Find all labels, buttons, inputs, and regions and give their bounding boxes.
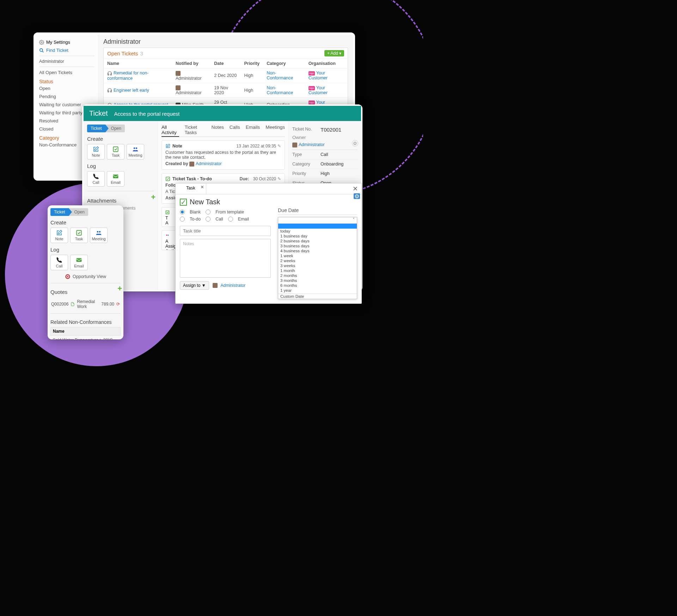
radio-template[interactable] [206,210,211,215]
dropdown-selected[interactable]: ˅ [278,217,357,224]
dropdown-option[interactable]: 2 weeks [278,258,357,263]
avatar-icon [292,143,297,147]
dropdown-option[interactable]: 3 business days [278,243,357,248]
dropdown-option[interactable]: 2 months [278,273,357,278]
dropdown-option[interactable]: 3 weeks [278,263,357,268]
cell-category[interactable]: Non-Conformance [267,85,293,95]
col-name[interactable]: Name [104,59,172,68]
notes-textarea[interactable]: Notes [180,239,271,278]
due-date-dropdown[interactable]: ˅ today 1 business day 2 business days 3… [278,217,357,299]
ticket-no-label: Ticket No. [292,127,321,133]
add-quote-button[interactable]: + [117,284,122,293]
table-row[interactable]: Remedial for non-conformance Administrat… [104,68,348,83]
dropdown-option[interactable]: 6 months [278,283,357,288]
dropdown-highlight[interactable] [278,224,357,229]
add-button[interactable]: + Add ▾ [324,50,344,56]
status-pending[interactable]: Pending [39,92,94,101]
dropdown-option[interactable]: today [278,229,357,234]
crumb-ticket: Ticket [50,208,69,216]
note-button[interactable]: Note [50,228,68,243]
created-by[interactable]: Administrator [196,161,222,166]
dropdown-option[interactable]: 3 months [278,278,357,283]
headset-icon [107,71,112,76]
ticket-bar-title: Access to the portal request [114,111,180,117]
radio-todo[interactable] [180,217,185,222]
dropdown-option[interactable]: 1 business day [278,234,357,238]
email-icon [112,173,119,180]
partial-text: T [165,216,168,221]
tab-meetings[interactable]: Meetings [266,125,285,135]
task-card-title: Ticket Task - To-do [172,176,212,181]
cell-category[interactable]: Non-Conformance [267,71,293,80]
add-attachment-button[interactable]: + [151,193,155,202]
task-icon [76,230,82,236]
tab-all-activity[interactable]: All Activity [161,125,179,137]
gear-icon[interactable]: ⚙ [354,193,360,199]
dropdown-option[interactable]: 4 business days [278,248,357,253]
email-button[interactable]: Email [107,171,124,187]
tab-emails[interactable]: Emails [246,125,260,135]
task-label: Task [112,153,120,157]
task-button[interactable]: Task [107,144,124,159]
gear-icon[interactable]: ⚙ [352,140,358,146]
owner-name[interactable]: Administrator [299,142,325,147]
pencil-icon[interactable]: ✎ [277,144,281,149]
sidebar-all-open[interactable]: All Open Tickets [39,68,94,77]
meeting-button[interactable]: Meeting [127,144,144,159]
tab-calls[interactable]: Calls [230,125,240,135]
note-label: Note [92,153,100,157]
task-title-input[interactable] [180,226,271,236]
ticket-name: Engineer left early [114,88,149,93]
pencil-icon[interactable]: ✎ [277,176,281,181]
dropdown-option[interactable]: 1 year [278,288,357,293]
meeting-button[interactable]: Meeting [90,228,108,243]
dropdown-option[interactable]: 2 business days [278,238,357,243]
dropdown-option[interactable]: 1 month [278,268,357,273]
tab-notes[interactable]: Notes [211,125,224,135]
refresh-icon[interactable]: ⟳ [116,302,120,307]
cell-date: 19 Nov 2020 [211,83,240,98]
status-open[interactable]: Open [39,84,94,92]
assignee-name[interactable]: Administrator [220,283,245,288]
notified-by: Administrator [176,90,202,95]
radio-email[interactable] [228,217,233,222]
find-ticket-link[interactable]: Find Ticket [39,46,94,54]
created-by-label: Created by [165,161,188,166]
radio-call[interactable] [206,217,211,222]
target-icon [65,274,71,279]
quote-row[interactable]: Q002006 Remedial Work 789.00 ⟳ [50,297,121,311]
call-label: Call [56,264,63,268]
close-tab-icon[interactable]: ✕ [201,185,204,189]
dialog-tab-task[interactable]: Task✕ [176,183,206,194]
call-button[interactable]: Call [50,255,68,270]
radio-blank[interactable] [180,210,185,215]
col-organisation[interactable]: Organisation [305,59,348,68]
breadcrumb[interactable]: Ticket Open [50,208,88,216]
dialog-close-button[interactable]: ✕ [349,183,361,194]
my-settings-link[interactable]: My Settings [39,38,94,46]
breadcrumb[interactable]: Ticket Open [87,125,125,132]
dropdown-option-custom[interactable]: Custom Date [278,294,357,299]
col-notified-by[interactable]: Notified by [172,59,211,68]
note-meta: 13 Jan 2022 at 09:35 [236,144,276,149]
tab-ticket-tasks[interactable]: Ticket Tasks [185,125,206,135]
sidebar-admin[interactable]: Administrator [39,58,94,65]
related-row[interactable]: Cold Water Temperature > 20°C [50,336,121,339]
task-button[interactable]: Task [70,228,88,243]
opportunity-view-link[interactable]: Opportunity View [50,274,121,279]
call-button[interactable]: Call [87,171,105,187]
note-body: Customer has requested access to the por… [165,150,281,160]
col-date[interactable]: Date [211,59,240,68]
table-row[interactable]: Engineer left early Administrator 19 Nov… [104,83,348,98]
col-category[interactable]: Category [263,59,305,68]
email-button[interactable]: Email [70,255,88,270]
panel-title: Open Tickets [107,50,138,56]
avatar-icon [176,85,181,90]
note-button[interactable]: Note [87,144,105,159]
quote-id: Q002006 [51,302,68,307]
assign-to-button[interactable]: Assign to ▼ [180,281,209,290]
note-card[interactable]: Note 13 Jan 2022 at 09:35 ✎ Customer has… [161,140,285,170]
create-header: Create [50,219,121,225]
col-priority[interactable]: Priority [240,59,263,68]
dropdown-option[interactable]: 1 week [278,253,357,258]
